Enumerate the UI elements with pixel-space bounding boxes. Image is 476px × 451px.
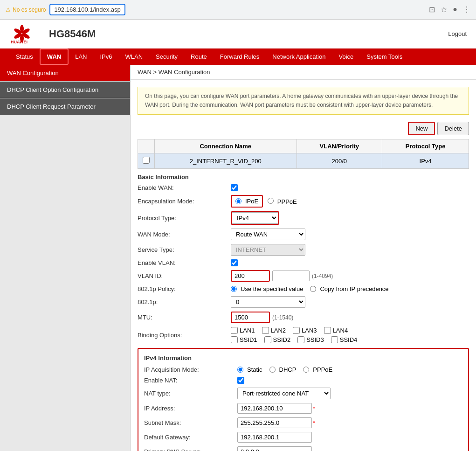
bookmark-icon[interactable]: ☆ [441,5,447,14]
vlan-id-input[interactable] [232,271,269,281]
nav-voice[interactable]: Voice [332,49,360,64]
binding-ssid1-cb[interactable] [231,336,238,343]
acq-static-label: Static [247,366,262,373]
encap-pppoe-label: PPPoE [277,198,297,205]
policy-specified-item: Use the specified value [231,285,303,292]
ipv4-section: IPv4 Information IP Acquisition Mode: St… [138,348,469,451]
binding-lan3-cb[interactable] [293,327,300,334]
sidebar-wan-config[interactable]: WAN Configuration [0,65,130,82]
device-name: HG8546M [49,28,96,40]
binding-ssid4-label: SSID4 [340,336,358,343]
basic-info-section: Basic Information Enable WAN: Encapsulat… [138,173,469,343]
new-button[interactable]: New [408,122,435,135]
nav-status[interactable]: Status [9,49,40,64]
encap-ipoe-radio[interactable] [235,198,241,204]
nav-system-tools[interactable]: System Tools [360,49,409,64]
profile-icon[interactable]: ● [453,5,457,14]
row-connection-name[interactable]: 2_INTERNET_R_VID_200 [155,153,297,169]
protocol-select[interactable]: IPv4 [232,212,278,224]
table-section: New Delete Connection Name VLAN/Priority… [138,122,469,169]
binding-ssid2-cb[interactable] [264,336,271,343]
ip-label: IP Address: [144,405,237,412]
binding-label: Binding Options: [138,332,231,339]
ip-address-input[interactable] [237,403,312,414]
nav-security[interactable]: Security [149,49,184,64]
nat-type-select[interactable]: Port-restricted cone NAT [237,388,331,399]
dns1-input[interactable] [237,446,312,451]
enable-wan-checkbox[interactable] [231,184,238,191]
subnet-mask-input[interactable] [237,417,312,428]
encap-pppoe-option: PPPoE [268,198,297,205]
ipv4-title: IPv4 Information [144,354,462,361]
wan-mode-label: WAN Mode: [138,231,231,238]
dns1-label: Primary DNS Server: [144,448,237,451]
protocol-select-wrapper: IPv4 [231,211,279,225]
mtu-input-wrapper [231,312,270,323]
wan-mode-row: WAN Mode: Route WAN [138,229,469,240]
nat-type-row: NAT type: Port-restricted cone NAT [144,388,462,399]
binding-lan3: LAN3 [293,327,317,334]
nav-route[interactable]: Route [184,49,214,64]
mtu-input[interactable] [232,312,269,322]
enable-wan-row: Enable WAN: [138,184,469,191]
browser-bar: ⚠ No es seguro 192.168.100.1/index.asp ⊡… [0,0,476,20]
policy-copy-item: Copy from IP precedence [310,285,388,292]
mtu-row: MTU: (1-1540) [138,312,469,323]
policy-specified-radio[interactable] [231,286,237,292]
encap-pppoe-radio[interactable] [268,198,274,204]
gateway-label: Default Gateway: [144,434,237,441]
delete-button[interactable]: Delete [437,122,469,135]
binding-ssid3: SSID3 [297,336,324,343]
enable-nat-checkbox[interactable] [237,377,244,384]
row-checkbox[interactable] [143,157,150,164]
service-type-select[interactable]: INTERNET [231,244,305,256]
binding-lan1-cb[interactable] [231,327,238,334]
huawei-logo: HUAWEI [9,23,35,44]
acq-dhcp-radio[interactable] [269,367,276,373]
address-bar[interactable]: 192.168.100.1/index.asp [49,4,125,15]
binding-lan1-label: LAN1 [240,327,255,334]
cast-icon: ⊡ [429,5,435,14]
policy-copy-radio[interactable] [310,286,316,292]
acq-pppoe-radio[interactable] [303,367,309,373]
nav-forward-rules[interactable]: Forward Rules [214,49,266,64]
enable-vlan-checkbox[interactable] [231,259,238,266]
vlan-id-input2[interactable] [272,271,310,281]
acq-pppoe-item: PPPoE [303,366,332,373]
enable-nat-row: Enable NAT: [144,377,462,384]
row-checkbox-cell[interactable] [138,153,155,169]
binding-lan2-cb[interactable] [262,327,269,334]
acq-options: Static DHCP PPPoE [237,366,332,373]
binding-lan4-cb[interactable] [324,327,331,334]
nav-wan[interactable]: WAN [40,49,69,65]
8021p-row: 802.1p: 0 [138,296,469,308]
gateway-input[interactable] [237,432,312,443]
mtu-hint: (1-1540) [272,314,293,321]
binding-lan-row: LAN1 LAN2 LAN3 [231,327,357,334]
wan-table: Connection Name VLAN/Priority Protocol T… [138,139,469,169]
sidebar-dhcp-option[interactable]: DHCP Client Option Configuration [0,82,130,98]
encap-label: Encapsulation Mode: [138,198,231,205]
breadcrumb: WAN > WAN Configuration [131,65,476,80]
menu-icon[interactable]: ⋮ [463,5,470,14]
8021p-select[interactable]: 0 [231,296,305,308]
col-checkbox [138,139,155,153]
acq-mode-row: IP Acquisition Mode: Static DHCP PPPo [144,366,462,373]
service-type-label: Service Type: [138,246,231,253]
nav-network-application[interactable]: Network Application [266,49,332,64]
nav-lan[interactable]: LAN [69,49,93,64]
sidebar: WAN Configuration DHCP Client Option Con… [0,65,131,451]
table-btn-row: New Delete [138,122,469,135]
wan-mode-select[interactable]: Route WAN [231,229,305,240]
header: HUAWEI HG8546M Logout [0,20,476,49]
nav-wlan[interactable]: WLAN [119,49,150,64]
nav-ipv6[interactable]: IPv6 [94,49,119,64]
logout-button[interactable]: Logout [448,30,467,37]
subnet-label: Subnet Mask: [144,419,237,426]
sidebar-dhcp-request[interactable]: DHCP Client Request Parameter [0,98,130,115]
page-wrapper: HUAWEI HG8546M Logout Status WAN LAN IPv… [0,20,476,451]
binding-ssid3-cb[interactable] [297,336,304,343]
binding-ssid4-cb[interactable] [331,336,338,343]
encap-mode-row: Encapsulation Mode: IPoE PPPoE [138,195,469,208]
acq-static-radio[interactable] [237,367,243,373]
